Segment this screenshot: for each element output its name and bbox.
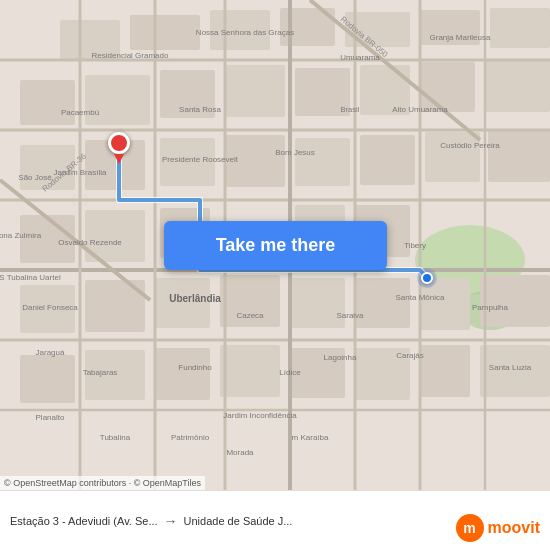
svg-text:Osvaldo Rezende: Osvaldo Rezende — [58, 238, 122, 247]
svg-text:Carajás: Carajás — [396, 351, 424, 360]
svg-text:Pampulha: Pampulha — [472, 303, 509, 312]
svg-rect-4 — [130, 15, 200, 50]
svg-rect-42 — [220, 345, 280, 397]
svg-rect-13 — [225, 65, 285, 117]
osm-attribution: © OpenStreetMap contributors · © OpenMap… — [0, 476, 205, 490]
svg-text:Presidente Roosevelt: Presidente Roosevelt — [162, 155, 239, 164]
svg-text:Morada: Morada — [226, 448, 254, 457]
take-me-there-button[interactable]: Take me there — [164, 221, 387, 270]
svg-text:Alto Umuarama: Alto Umuarama — [392, 105, 448, 114]
svg-text:Patrimônio: Patrimônio — [171, 433, 210, 442]
from-label: Estação 3 - Adeviudi (Av. Se... — [10, 515, 158, 527]
svg-text:Residencial Gramado: Residencial Gramado — [92, 51, 169, 60]
svg-rect-25 — [488, 130, 550, 182]
svg-rect-10 — [20, 80, 75, 125]
bottom-bar: Estação 3 - Adeviudi (Av. Se... → Unidad… — [0, 490, 550, 550]
arrow-icon: → — [164, 513, 178, 529]
svg-text:Saraiva: Saraiva — [336, 311, 364, 320]
svg-text:Lídice: Lídice — [279, 368, 301, 377]
svg-rect-38 — [480, 275, 550, 327]
svg-text:Jaraguá: Jaraguá — [36, 348, 65, 357]
svg-rect-39 — [20, 355, 75, 403]
svg-text:Bom Jesus: Bom Jesus — [275, 148, 315, 157]
svg-rect-36 — [355, 278, 410, 328]
svg-rect-23 — [360, 135, 415, 185]
svg-text:São José: São José — [18, 173, 52, 182]
svg-text:Nossa Senhora das Graças: Nossa Senhora das Graças — [196, 28, 294, 37]
destination-marker — [417, 268, 437, 288]
moovit-logo: m moovit — [456, 514, 540, 542]
svg-text:Tubalina: Tubalina — [100, 433, 131, 442]
svg-text:Jardim Inconfidência: Jardim Inconfidência — [223, 411, 297, 420]
origin-marker — [108, 132, 130, 164]
svg-rect-17 — [485, 60, 550, 112]
svg-text:Uberlândia: Uberlândia — [169, 293, 221, 304]
map-container: Rodovia BR-36 Rodovia BR-050 Residencial… — [0, 0, 550, 490]
svg-text:Fundinho: Fundinho — [178, 363, 212, 372]
svg-rect-45 — [420, 345, 470, 397]
svg-text:S Tubalina Uartel: S Tubalina Uartel — [0, 273, 61, 282]
svg-text:Granja Marileusa: Granja Marileusa — [430, 33, 491, 42]
svg-rect-24 — [425, 132, 480, 182]
svg-text:Santa Rosa: Santa Rosa — [179, 105, 221, 114]
svg-text:Lagoinha: Lagoinha — [324, 353, 357, 362]
svg-text:Santa Mônica: Santa Mônica — [396, 293, 445, 302]
svg-text:Jardim Brasília: Jardim Brasília — [54, 168, 107, 177]
svg-text:Tabajaras: Tabajaras — [83, 368, 118, 377]
svg-rect-41 — [155, 348, 210, 400]
svg-rect-35 — [290, 278, 345, 328]
svg-rect-22 — [295, 138, 350, 186]
svg-text:Pacaembú: Pacaembú — [61, 108, 99, 117]
moovit-icon: m — [456, 514, 484, 542]
svg-text:m Karaíba: m Karaíba — [292, 433, 329, 442]
svg-rect-11 — [85, 75, 150, 125]
svg-text:Cazeca: Cazeca — [236, 311, 264, 320]
svg-text:ona Zulmira: ona Zulmira — [0, 231, 42, 240]
moovit-brand: moovit — [488, 519, 540, 537]
to-label: Unidade de Saúde J... — [184, 515, 293, 527]
svg-text:Santa Luzia: Santa Luzia — [489, 363, 532, 372]
svg-rect-9 — [490, 8, 550, 48]
svg-text:Brasil: Brasil — [341, 105, 360, 114]
svg-text:Custódio Pereira: Custódio Pereira — [440, 141, 500, 150]
svg-text:Umuarama: Umuarama — [340, 53, 380, 62]
svg-text:Planalto: Planalto — [36, 413, 65, 422]
svg-text:Tibery: Tibery — [404, 241, 426, 250]
svg-text:Daniel Fonseca: Daniel Fonseca — [22, 303, 78, 312]
